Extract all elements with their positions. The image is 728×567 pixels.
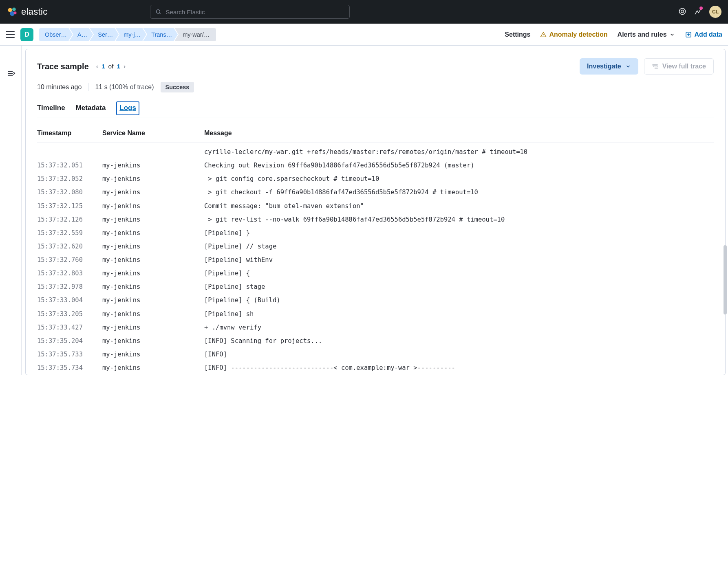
pager-total[interactable]: 1 bbox=[117, 63, 120, 70]
tab-timeline[interactable]: Timeline bbox=[37, 101, 65, 117]
trace-sample-title: Trace sample bbox=[37, 62, 89, 71]
chevron-down-icon bbox=[625, 64, 631, 69]
notification-dot bbox=[699, 7, 703, 10]
table-row[interactable]: 15:37:32.126my-jenkins > git rev-list --… bbox=[37, 213, 714, 226]
table-row[interactable]: 15:37:32.559my-jenkins[Pipeline] } bbox=[37, 226, 714, 240]
top-header: elastic CL bbox=[0, 0, 728, 24]
expand-sidebar-icon[interactable] bbox=[7, 70, 21, 78]
svg-point-1 bbox=[12, 8, 16, 11]
svg-point-7 bbox=[681, 10, 684, 13]
log-timestamp: 15:37:32.052 bbox=[37, 174, 102, 185]
main-content: Trace sample ‹ 1 of 1 › Investigate bbox=[25, 46, 728, 375]
breadcrumb-item[interactable]: A… bbox=[69, 28, 93, 41]
log-timestamp: 15:37:32.080 bbox=[37, 187, 102, 198]
log-service: my-jenkins bbox=[102, 187, 204, 198]
pager-prev[interactable]: ‹ bbox=[96, 63, 98, 70]
chevron-down-icon bbox=[669, 32, 675, 37]
nav-toggle-icon[interactable] bbox=[6, 31, 15, 38]
breadcrumb-item[interactable]: Trans… bbox=[143, 28, 178, 41]
logs-table-header: Timestamp Service Name Message bbox=[37, 130, 714, 143]
log-message: [INFO] ---------------------------< com.… bbox=[204, 363, 714, 374]
log-message: cyrille-leclerc/my-war.git +refs/heads/m… bbox=[204, 147, 714, 158]
table-row[interactable]: 15:37:32.978my-jenkins[Pipeline] stage bbox=[37, 280, 714, 294]
tab-logs[interactable]: Logs bbox=[116, 101, 139, 115]
alerts-label: Alerts and rules bbox=[618, 31, 667, 38]
svg-point-6 bbox=[679, 8, 686, 14]
breadcrumb-item[interactable]: Ser… bbox=[90, 28, 119, 41]
log-service: my-jenkins bbox=[102, 268, 204, 279]
table-row[interactable]: 15:37:33.205my-jenkins[Pipeline] sh bbox=[37, 308, 714, 321]
col-timestamp: Timestamp bbox=[37, 130, 102, 137]
trace-pager: ‹ 1 of 1 › bbox=[96, 63, 126, 70]
log-message: + ./mvnw verify bbox=[204, 322, 714, 333]
table-row[interactable]: 15:37:32.051my-jenkinsChecking out Revis… bbox=[37, 159, 714, 172]
table-row[interactable]: 15:37:32.052my-jenkins > git config core… bbox=[37, 172, 714, 186]
svg-rect-18 bbox=[655, 68, 657, 68]
log-service: my-jenkins bbox=[102, 309, 204, 320]
breadcrumb-item[interactable]: Obser… bbox=[39, 28, 73, 41]
investigate-button[interactable]: Investigate bbox=[580, 58, 638, 75]
table-row[interactable]: 15:37:32.080my-jenkins > git checkout -f… bbox=[37, 186, 714, 199]
log-message: [Pipeline] stage bbox=[204, 281, 714, 292]
table-row[interactable]: 15:37:32.760my-jenkins[Pipeline] withEnv bbox=[37, 253, 714, 267]
user-avatar[interactable]: CL bbox=[709, 6, 721, 18]
pager-next[interactable]: › bbox=[124, 63, 126, 70]
table-row[interactable]: cyrille-leclerc/my-war.git +refs/heads/m… bbox=[37, 145, 714, 159]
log-timestamp: 15:37:32.803 bbox=[37, 268, 102, 279]
log-message: Checking out Revision 69ff6a90b14886faf4… bbox=[204, 160, 714, 171]
status-badge: Success bbox=[161, 82, 194, 92]
table-row[interactable]: 15:37:33.004my-jenkins[Pipeline] { (Buil… bbox=[37, 294, 714, 307]
table-row[interactable]: 15:37:35.204my-jenkins[INFO] Scanning fo… bbox=[37, 334, 714, 348]
log-service: my-jenkins bbox=[102, 322, 204, 333]
logs-table: Timestamp Service Name Message cyrille-l… bbox=[37, 130, 714, 375]
log-timestamp: 15:37:32.125 bbox=[37, 201, 102, 212]
log-timestamp: 15:37:35.733 bbox=[37, 349, 102, 360]
log-timestamp: 15:37:32.051 bbox=[37, 160, 102, 171]
log-timestamp: 15:37:32.559 bbox=[37, 228, 102, 239]
log-message: [Pipeline] } bbox=[204, 228, 714, 239]
svg-point-9 bbox=[543, 35, 544, 36]
log-timestamp: 15:37:33.427 bbox=[37, 322, 102, 333]
table-row[interactable]: 15:37:35.733my-jenkins[INFO] bbox=[37, 348, 714, 361]
logo[interactable]: elastic bbox=[7, 6, 47, 18]
col-service: Service Name bbox=[102, 130, 204, 137]
log-message: [Pipeline] { bbox=[204, 268, 714, 279]
search-input[interactable] bbox=[166, 9, 345, 15]
table-row[interactable]: 15:37:33.427my-jenkins+ ./mvnw verify bbox=[37, 321, 714, 334]
tabs: Timeline Metadata Logs bbox=[37, 101, 714, 117]
add-data-label: Add data bbox=[695, 31, 722, 38]
left-gutter bbox=[0, 46, 21, 375]
log-service: my-jenkins bbox=[102, 214, 204, 225]
scrollbar-thumb[interactable] bbox=[724, 245, 727, 314]
secondary-toolbar: D Obser… A… Ser… my-j… Trans… my-war/… S… bbox=[0, 24, 728, 46]
table-row[interactable]: 15:37:35.734my-jenkins[INFO] -----------… bbox=[37, 361, 714, 375]
svg-rect-17 bbox=[653, 66, 657, 67]
space-badge[interactable]: D bbox=[20, 28, 33, 41]
log-timestamp: 15:37:33.004 bbox=[37, 295, 102, 306]
view-full-label: View full trace bbox=[662, 63, 706, 70]
log-message: [Pipeline] // stage bbox=[204, 241, 714, 252]
pager-current[interactable]: 1 bbox=[101, 63, 105, 70]
log-timestamp: 15:37:32.620 bbox=[37, 241, 102, 252]
settings-link[interactable]: Settings bbox=[505, 31, 530, 38]
help-icon[interactable] bbox=[678, 7, 686, 17]
log-timestamp: 15:37:33.205 bbox=[37, 309, 102, 320]
log-message: [Pipeline] withEnv bbox=[204, 255, 714, 266]
elastic-logo-icon bbox=[7, 6, 18, 18]
add-data-link[interactable]: Add data bbox=[685, 31, 722, 38]
log-message: [INFO] Scanning for projects... bbox=[204, 336, 714, 347]
alerts-rules-dropdown[interactable]: Alerts and rules bbox=[618, 31, 675, 38]
table-row[interactable]: 15:37:32.125my-jenkinsCommit message: "b… bbox=[37, 200, 714, 213]
breadcrumb-item[interactable]: my-j… bbox=[115, 28, 146, 41]
add-data-icon bbox=[685, 31, 692, 38]
anomaly-label: Anomaly detection bbox=[549, 31, 607, 38]
anomaly-detection-link[interactable]: Anomaly detection bbox=[540, 31, 607, 38]
table-row[interactable]: 15:37:32.620my-jenkins[Pipeline] // stag… bbox=[37, 240, 714, 253]
table-row[interactable]: 15:37:32.803my-jenkins[Pipeline] { bbox=[37, 267, 714, 280]
tab-metadata[interactable]: Metadata bbox=[76, 101, 106, 117]
log-service: my-jenkins bbox=[102, 160, 204, 171]
news-icon[interactable] bbox=[694, 7, 702, 17]
log-message: [Pipeline] { (Build) bbox=[204, 295, 714, 306]
log-message: Commit message: "bum otel-maven extensio… bbox=[204, 201, 714, 212]
global-search[interactable] bbox=[150, 5, 350, 19]
